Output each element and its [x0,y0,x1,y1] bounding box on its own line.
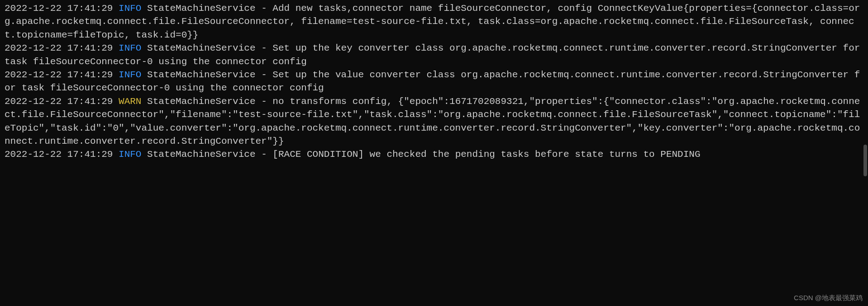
log-logger: StateMachineService [147,96,255,107]
log-timestamp: 2022-12-22 17:41:29 [5,70,113,80]
log-output: 2022-12-22 17:41:29 INFO StateMachineSer… [5,2,863,161]
log-timestamp: 2022-12-22 17:41:29 [5,149,113,160]
log-timestamp: 2022-12-22 17:41:29 [5,43,113,53]
log-line: 2022-12-22 17:41:29 INFO StateMachineSer… [5,2,863,42]
log-line: 2022-12-22 17:41:29 INFO StateMachineSer… [5,42,863,68]
log-message: [RACE CONDITION] we checked the pending … [272,149,700,160]
log-level: INFO [119,43,141,53]
log-level: INFO [119,149,141,160]
log-line: 2022-12-22 17:41:29 WARN StateMachineSer… [5,95,863,148]
log-logger: StateMachineService [147,43,255,53]
log-level: WARN [119,96,141,107]
log-line: 2022-12-22 17:41:29 INFO StateMachineSer… [5,148,863,161]
log-timestamp: 2022-12-22 17:41:29 [5,3,113,14]
scrollbar-thumb[interactable] [863,145,867,176]
watermark: CSDN @地表最强菜鸡 [794,293,863,302]
log-logger: StateMachineService [147,3,255,14]
log-logger: StateMachineService [147,149,255,160]
log-logger: StateMachineService [147,70,255,80]
log-level: INFO [119,70,141,80]
log-timestamp: 2022-12-22 17:41:29 [5,96,113,107]
log-line: 2022-12-22 17:41:29 INFO StateMachineSer… [5,68,863,95]
log-level: INFO [119,3,141,14]
